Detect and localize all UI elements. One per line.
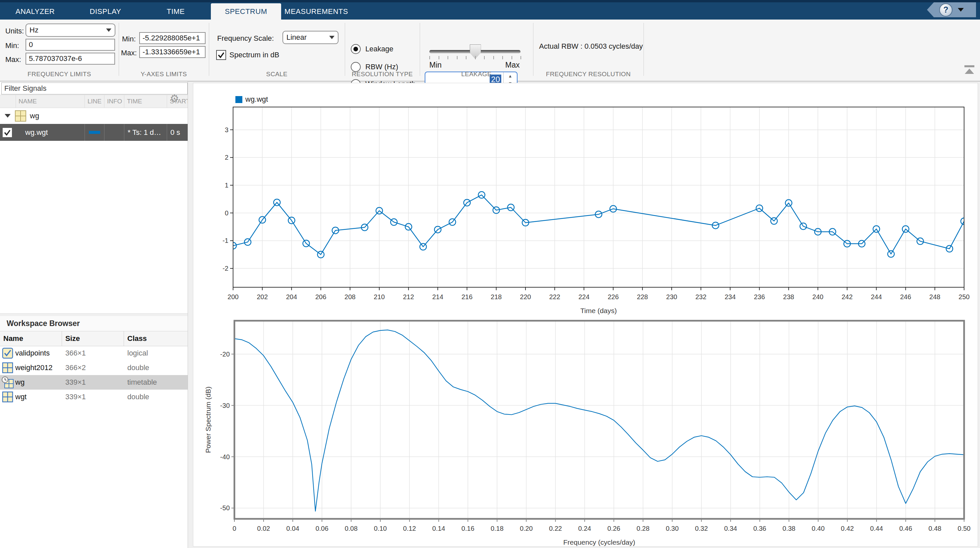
- signal-row[interactable]: wg.wgt * Ts: 1 d… 0 s: [0, 124, 188, 141]
- workspace-row-validpoints[interactable]: validpoints366×1logical: [0, 346, 188, 361]
- spectrum-plot[interactable]: 00.020.040.060.080.100.120.140.160.180.2…: [196, 314, 980, 548]
- signal-line-cell: [85, 124, 105, 141]
- x-tick-label: 248: [929, 293, 940, 300]
- signal-group-row[interactable]: wg: [0, 108, 188, 124]
- leakage-section-label: LEAKAGE: [420, 70, 533, 78]
- freq-min-input[interactable]: 0: [25, 39, 115, 51]
- tab-analyzer[interactable]: ANALYZER: [0, 3, 70, 19]
- column-header-time[interactable]: TIME: [124, 95, 167, 108]
- y-min-value: -5.229288085e+1: [143, 34, 200, 43]
- tab-display[interactable]: DISPLAY: [70, 3, 140, 19]
- column-header-name[interactable]: NAME: [16, 95, 85, 108]
- time-plot[interactable]: 2002022042062082102122142162182202222242…: [196, 90, 978, 323]
- ws-var-name: wgt: [15, 392, 62, 401]
- freq-max-value: 5.787037037e-6: [29, 54, 82, 63]
- freq-max-input[interactable]: 5.787037037e-6: [25, 53, 115, 65]
- signal-name-cell: wg.wgt: [16, 124, 85, 141]
- slider-tick: [430, 56, 430, 59]
- chevron-down-icon: [958, 8, 964, 11]
- section-divider: [420, 23, 420, 76]
- x-tick-label: 218: [491, 293, 502, 300]
- help-button[interactable]: ?: [927, 2, 976, 17]
- signal-checkbox[interactable]: [3, 128, 12, 137]
- x-tick-label: 0.24: [578, 525, 591, 532]
- chart2-canvas[interactable]: 00.020.040.060.080.100.120.140.160.180.2…: [196, 314, 980, 548]
- expander-down-icon[interactable]: [5, 114, 11, 118]
- spectrum-db-label: Spectrum in dB: [229, 51, 279, 59]
- ws-column-header-size[interactable]: Size: [62, 331, 124, 346]
- x-tick-label: 0.02: [257, 525, 270, 532]
- slider-tick: [502, 56, 503, 59]
- column-header-info[interactable]: INFO: [105, 95, 124, 108]
- y-max-input[interactable]: -1.331336659e+1: [139, 46, 205, 58]
- slider-tick: [512, 56, 512, 59]
- toolstrip-tab-bar: ANALYZERDISPLAYTIMESPECTRUMMEASUREMENTS …: [0, 0, 980, 19]
- question-mark-icon: ?: [939, 3, 953, 17]
- minimize-bar-icon: [964, 65, 974, 67]
- radio-leakage[interactable]: Leakage: [351, 44, 393, 54]
- x-tick-label: 0.08: [345, 525, 358, 532]
- x-tick-label: 0.36: [753, 525, 766, 532]
- workspace-row-weight2012[interactable]: weight2012366×2double: [0, 361, 188, 375]
- units-dropdown[interactable]: Hz: [25, 24, 115, 37]
- slider-tick: [439, 56, 439, 59]
- units-value: Hz: [30, 26, 38, 35]
- y-min-input[interactable]: -5.229288085e+1: [139, 32, 205, 44]
- radio-icon: [351, 44, 361, 54]
- frequency-scale-value: Linear: [286, 33, 307, 42]
- x-tick-label: 0.20: [520, 525, 533, 532]
- collapse-up-icon: [965, 68, 974, 74]
- tab-time[interactable]: TIME: [140, 3, 211, 19]
- tab-spectrum[interactable]: SPECTRUM: [211, 3, 281, 19]
- x-tick-label: 214: [432, 293, 443, 300]
- x-tick-label: 0.40: [811, 525, 824, 532]
- minimize-ribbon-button[interactable]: [963, 65, 976, 78]
- spectrum-ribbon: Units: Hz Min: 0 Max: 5.787037037e-6 FRE…: [0, 19, 980, 81]
- signal-time-cell: * Ts: 1 d…: [124, 124, 167, 141]
- x-tick-label: 206: [315, 293, 326, 300]
- frequency-scale-dropdown[interactable]: Linear: [282, 31, 339, 44]
- slider-tick: [484, 56, 485, 59]
- titlebar-strip: [0, 0, 980, 2]
- leakage-slider[interactable]: [430, 50, 520, 53]
- x-tick-label: 210: [374, 293, 385, 300]
- x-tick-label: 230: [666, 293, 677, 300]
- chevron-down-icon: [329, 36, 334, 39]
- section-divider: [209, 23, 209, 76]
- slider-tick: [520, 56, 521, 59]
- workspace-table-header: NameSizeClass: [0, 331, 188, 346]
- x-tick-label: 236: [754, 293, 765, 300]
- frequency-scale-label: Frequency Scale:: [217, 34, 274, 43]
- workspace-row-wg[interactable]: wg339×1timetable: [0, 375, 188, 390]
- ws-column-header-name[interactable]: Name: [0, 331, 62, 346]
- spectrum-db-checkbox[interactable]: [216, 50, 226, 60]
- y-min-label: Min:: [122, 35, 136, 43]
- tab-measurements[interactable]: MEASUREMENTS: [281, 3, 352, 19]
- workspace-row-wgt[interactable]: wgt339×1double: [0, 390, 188, 404]
- x-tick-label: 234: [725, 293, 736, 300]
- x-tick-label: 200: [228, 293, 239, 300]
- freq-min-value: 0: [29, 40, 33, 49]
- chart1-canvas[interactable]: 2002022042062082102122142162182202222242…: [196, 90, 978, 322]
- filter-signals-input[interactable]: Filter Signals: [1, 83, 188, 94]
- column-header-checkbox[interactable]: [0, 95, 16, 108]
- x-tick-label: 0.38: [783, 525, 795, 532]
- freq-min-label: Min:: [5, 41, 19, 50]
- check-icon: [4, 129, 11, 136]
- y-tick-label: 2: [225, 154, 228, 161]
- y-tick-label: -1: [223, 237, 228, 244]
- ws-column-header-class[interactable]: Class: [124, 331, 188, 346]
- x-tick-label: 250: [958, 293, 969, 300]
- ws-var-name: wg: [15, 378, 62, 387]
- x-tick-label: 0.26: [607, 525, 620, 532]
- x-tick-label: 224: [579, 293, 589, 300]
- x-tick-label: 0.14: [432, 525, 445, 532]
- y-tick-label: -20: [220, 351, 230, 358]
- signal-time: * Ts: 1 d…: [128, 128, 161, 137]
- gear-icon[interactable]: ⚙: [170, 94, 179, 104]
- x-tick-label: 246: [900, 293, 911, 300]
- column-header-line[interactable]: LINE: [85, 95, 105, 108]
- x-tick-label: 222: [549, 293, 560, 300]
- chevron-down-icon: [106, 29, 111, 32]
- signal-name: wg.wgt: [25, 128, 48, 137]
